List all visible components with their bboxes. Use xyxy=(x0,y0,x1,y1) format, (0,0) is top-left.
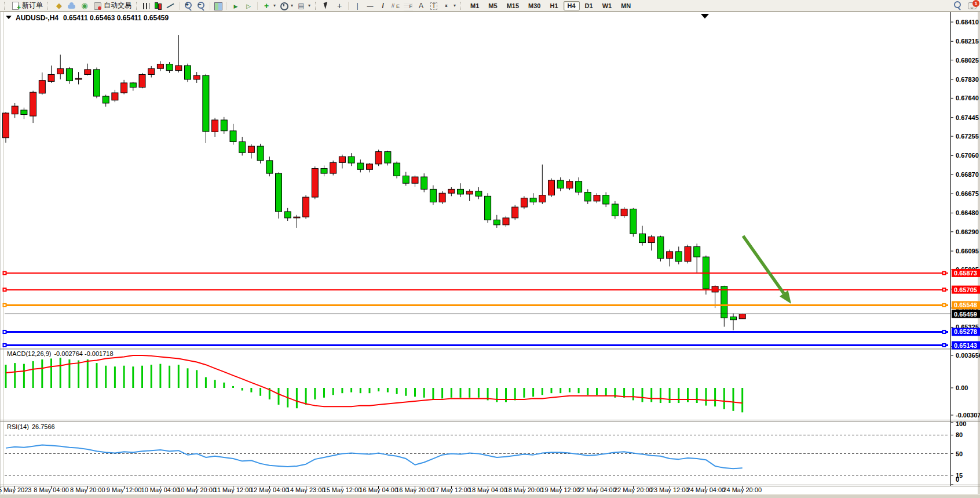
candle-body xyxy=(230,131,236,142)
candle-body xyxy=(239,141,246,152)
timeframe-m1-button[interactable]: M1 xyxy=(466,1,483,10)
candle-body xyxy=(458,189,464,194)
periods-button[interactable]: ▾ xyxy=(278,1,294,11)
autotrading-button-label: 自动交易 xyxy=(104,1,131,10)
candle-body xyxy=(139,74,145,87)
candle-chart-button[interactable] xyxy=(152,1,163,11)
candle-body xyxy=(303,197,309,217)
macd-label: MACD(12,26,9)-0.002764 -0.001718 xyxy=(7,350,114,357)
equidistant-channel-button[interactable] xyxy=(390,1,401,11)
bar-chart-button[interactable] xyxy=(142,1,151,11)
candle-body xyxy=(430,189,436,202)
text-label-button[interactable] xyxy=(428,1,440,11)
candle-body xyxy=(603,195,609,204)
current-price-tag: 0.65459 xyxy=(952,310,980,318)
signals-button[interactable] xyxy=(79,1,90,11)
timeframe-m15-button[interactable]: M15 xyxy=(503,1,523,10)
macd-tick-label: 0.00 xyxy=(956,384,968,391)
text-button[interactable] xyxy=(415,1,427,11)
label-icon xyxy=(429,1,438,10)
date-tick-label: 10 May 04:00 xyxy=(141,486,180,493)
timeframe-h4-button[interactable]: H4 xyxy=(564,1,580,10)
candle-body xyxy=(439,193,445,202)
candle-body xyxy=(166,64,173,71)
vertical-line-button[interactable] xyxy=(352,1,363,11)
trendline-button[interactable] xyxy=(377,1,389,11)
community-button[interactable] xyxy=(66,1,78,11)
trading-terminal: 新订单自动交易▾▾▾▾M1M5M15M30H1H4D1W1MN1 AUDUSD-… xyxy=(0,0,980,498)
date-tick-label: 18 May 04:00 xyxy=(469,486,507,493)
metaeditor-button[interactable] xyxy=(53,1,65,11)
horizontal-line-button[interactable] xyxy=(364,1,376,11)
price-tick-label: 0.67640 xyxy=(956,94,979,101)
toolbar-grip xyxy=(4,2,6,10)
tile-windows-button[interactable] xyxy=(213,1,224,11)
timeframe-m5-button[interactable]: M5 xyxy=(484,1,501,10)
timeframe-mn-button[interactable]: MN xyxy=(617,1,635,10)
toolbar-grip xyxy=(460,2,463,10)
chat-icon[interactable]: 1 xyxy=(968,2,977,9)
macd-tick-label: 0.003656 xyxy=(956,352,980,359)
indicators-button[interactable]: ▾ xyxy=(261,1,277,11)
auto-scroll-button[interactable] xyxy=(230,1,242,11)
chart-canvas[interactable]: AUDUSD-,H40.65411 0.65463 0.65411 0.6545… xyxy=(0,0,980,498)
date-tick-label: 8 May 20:00 xyxy=(70,486,105,493)
candle-body xyxy=(103,96,109,103)
candle-body xyxy=(12,106,18,114)
price-tick-label: 0.66480 xyxy=(956,209,979,216)
templates-button[interactable]: ▾ xyxy=(295,1,312,11)
search-icon[interactable] xyxy=(953,1,962,10)
timeframe-h1-button[interactable]: H1 xyxy=(546,1,562,10)
candle-body xyxy=(639,234,646,242)
fibonacci-button[interactable] xyxy=(403,1,414,11)
zoom-out-button[interactable] xyxy=(195,1,207,11)
date-tick-label: 23 May 12:00 xyxy=(650,486,689,493)
candle-body xyxy=(348,157,354,163)
date-tick-label: 19 May 12:00 xyxy=(541,486,580,493)
candle-body xyxy=(476,191,482,197)
candle-body xyxy=(675,252,682,261)
status-bar xyxy=(0,494,980,498)
date-tick-label: 16 May 20:00 xyxy=(396,486,434,493)
candle-body xyxy=(421,177,427,189)
candle-body xyxy=(130,83,136,88)
zoom-in-button[interactable] xyxy=(182,1,194,11)
timeframe-d1-button[interactable]: D1 xyxy=(581,1,597,10)
price-tick-label: 0.66675 xyxy=(956,190,979,197)
periods-icon xyxy=(279,1,288,10)
chart-shift-button[interactable] xyxy=(243,1,254,11)
date-tick-label: 15 May 12:00 xyxy=(323,486,362,493)
arrows-icon xyxy=(442,1,451,10)
candle-body xyxy=(284,212,291,218)
date-tick-label: 5 May 2023 xyxy=(0,486,31,493)
chart-title: AUDUSD-,H40.65411 0.65463 0.65411 0.6545… xyxy=(16,14,169,22)
arrows-button[interactable]: ▾ xyxy=(441,1,457,11)
autotrading-button[interactable]: 自动交易 xyxy=(92,1,133,11)
candles-icon xyxy=(153,1,162,10)
timeframe-m30-button[interactable]: M30 xyxy=(524,1,544,10)
candle-body xyxy=(375,152,382,164)
candle-body xyxy=(566,181,573,188)
timeframe-w1-button[interactable]: W1 xyxy=(598,1,616,10)
line-chart-button[interactable] xyxy=(164,1,176,11)
candle-body xyxy=(503,218,509,225)
candle-body xyxy=(312,169,318,197)
cursor-button[interactable] xyxy=(321,1,332,11)
price-tick-label: 0.66870 xyxy=(956,171,979,178)
rsi-tick-label: 0 xyxy=(956,476,959,483)
price-tag: 0.65873 xyxy=(952,269,980,277)
candle-body xyxy=(667,252,673,259)
candle-body xyxy=(185,66,191,79)
candle-body xyxy=(694,246,700,257)
linechart-icon xyxy=(166,1,175,10)
new-order-button[interactable]: 新订单 xyxy=(10,1,44,11)
hline-icon xyxy=(365,1,375,10)
price-tag: 0.65548 xyxy=(952,301,980,309)
candle-body xyxy=(321,169,327,174)
candle-body xyxy=(57,68,64,74)
candle-body xyxy=(403,176,409,183)
candle-body xyxy=(339,157,345,162)
crosshair-button[interactable] xyxy=(334,1,345,11)
price-tick-label: 0.66290 xyxy=(956,228,979,235)
new-order-button-label: 新订单 xyxy=(22,1,43,10)
